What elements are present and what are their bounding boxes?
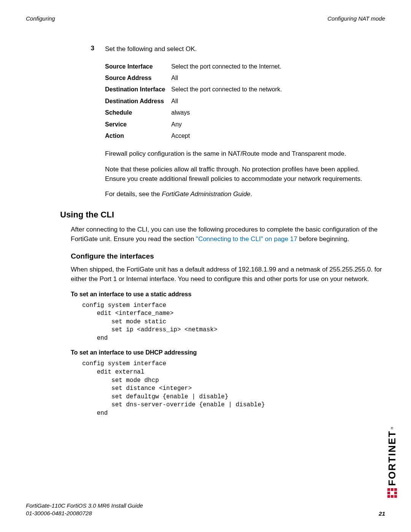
setting-value: Select the port connected to the network… (171, 85, 381, 94)
page-number: 21 (379, 510, 385, 517)
paragraph: When shipped, the FortiGate unit has a d… (71, 265, 385, 284)
setting-label: Destination Address (105, 97, 169, 105)
setting-label: Destination Interface (105, 85, 169, 94)
brand-name: FORTINET (386, 430, 398, 486)
header-left: Configuring (26, 15, 55, 22)
paragraph: For details, see the FortiGate Administr… (105, 190, 381, 199)
table-row: Destination Address All (105, 96, 381, 107)
step-row: 3 Set the following and select OK. (60, 45, 381, 54)
registered-mark: ® (391, 427, 393, 430)
text: For details, see the (105, 190, 162, 198)
heading-dhcp-addressing: To set an interface to use DHCP addressi… (71, 349, 385, 356)
paragraph: After connecting to the CLI, you can use… (71, 225, 385, 244)
table-row: Source Address All (105, 72, 381, 84)
paragraph: Note that these policies allow all traff… (105, 165, 381, 184)
setting-label: Source Interface (105, 62, 169, 71)
link-connecting-cli[interactable]: "Connecting to the CLI" on page 17 (196, 235, 297, 243)
code-block-static: config system interface edit <interface_… (82, 302, 385, 343)
setting-label: Action (105, 132, 169, 140)
setting-value: Accept (171, 132, 381, 140)
setting-value: Any (171, 120, 381, 129)
header-right: Configuring NAT mode (328, 15, 385, 22)
setting-label: Service (105, 120, 169, 129)
reference-title: FortiGate Administration Guide (162, 190, 250, 198)
main-content: 3 Set the following and select OK. Sourc… (60, 45, 381, 199)
table-row: Service Any (105, 119, 381, 130)
code-block-dhcp: config system interface edit external se… (82, 360, 385, 417)
step-text: Set the following and select OK. (105, 45, 197, 54)
table-row: Destination Interface Select the port co… (105, 84, 381, 95)
fortinet-icon (387, 488, 397, 498)
table-row: Action Accept (105, 130, 381, 142)
table-row: Schedule always (105, 107, 381, 118)
setting-value: All (171, 97, 381, 105)
text: . (250, 190, 252, 198)
settings-table: Source Interface Select the port connect… (105, 61, 381, 142)
heading-static-address: To set an interface to use a static addr… (71, 291, 385, 298)
paragraph: Firewall policy configuration is the sam… (105, 149, 381, 159)
table-row: Source Interface Select the port connect… (105, 61, 381, 72)
setting-value: All (171, 74, 381, 82)
setting-label: Schedule (105, 109, 169, 117)
footer-left: FortiGate-110C FortiOS 3.0 MR6 Install G… (26, 502, 143, 517)
setting-value: Select the port connected to the Interne… (171, 62, 381, 71)
setting-label: Source Address (105, 74, 169, 82)
footer-docid: 01-30006-0481-20080728 (26, 510, 143, 517)
page-header: Configuring Configuring NAT mode (26, 15, 385, 22)
footer-title: FortiGate-110C FortiOS 3.0 MR6 Install G… (26, 502, 143, 510)
text: before beginning. (297, 235, 349, 243)
page-footer: FortiGate-110C FortiOS 3.0 MR6 Install G… (26, 502, 385, 517)
heading-using-cli: Using the CLI (60, 210, 385, 220)
brand-watermark: ® FORTINET (387, 426, 397, 498)
step-number: 3 (60, 45, 94, 54)
setting-value: always (171, 109, 381, 117)
heading-configure-interfaces: Configure the interfaces (71, 252, 385, 260)
